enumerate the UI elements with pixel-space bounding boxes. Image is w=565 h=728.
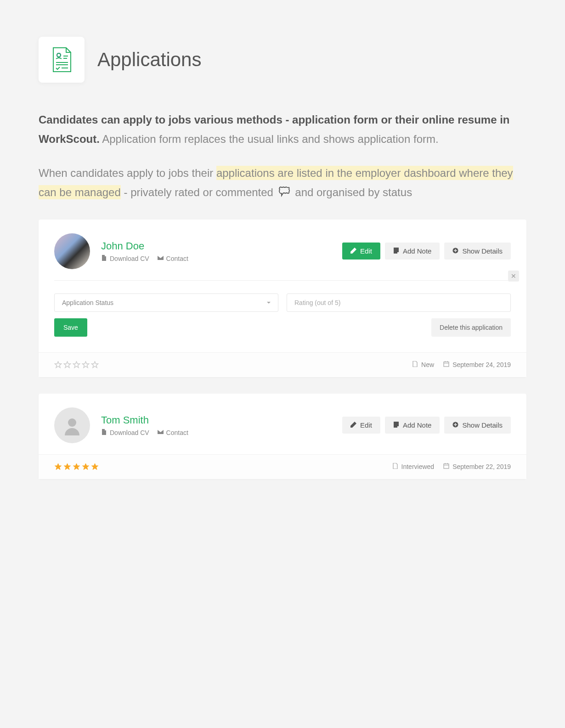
download-cv-label: Download CV [110,255,149,262]
close-button[interactable]: ✕ [508,271,519,282]
candidate-header: John Doe Download CV Contact Edit Add No… [39,220,526,280]
star-icon [73,463,80,471]
file-icon [392,463,398,470]
intro-text: and organised by status [292,186,412,198]
contact-link[interactable]: Contact [158,429,188,436]
form-actions: Save Delete this application [54,318,511,339]
add-note-button[interactable]: Add Note [385,417,440,434]
candidate-links: Download CV Contact [101,429,331,436]
applications-icon [39,37,85,83]
intro-paragraph-1: Candidates can apply to jobs various met… [39,110,526,149]
rating-stars [54,463,99,471]
star-icon [91,361,99,369]
star-icon [63,361,71,369]
file-icon [412,361,418,368]
footer-meta: Interviewed September 22, 2019 [392,463,511,470]
calendar-icon [443,361,449,368]
candidate-name[interactable]: Tom Smith [101,414,331,426]
pencil-icon [350,421,356,429]
chevron-down-icon [267,302,271,304]
svg-rect-8 [444,362,449,367]
form-inputs: Application Status [54,281,511,318]
contact-label: Contact [166,429,188,436]
status-badge: Interviewed [392,463,435,470]
svg-point-12 [68,418,76,427]
intro-text: When candidates apply to jobs their [39,167,216,179]
download-cv-link[interactable]: Download CV [101,255,149,262]
application-form: Application Status Save Delete this appl… [54,281,511,352]
star-icon [54,361,62,369]
comment-icon [278,184,290,203]
contact-label: Contact [166,255,188,262]
star-icon [54,463,62,471]
add-note-label: Add Note [403,247,432,255]
candidate-header: Tom Smith Download CV Contact Edit Add N… [39,394,526,454]
envelope-icon [158,429,164,436]
date-label: September 24, 2019 [452,361,511,368]
edit-button[interactable]: Edit [342,417,380,434]
edit-button[interactable]: Edit [342,243,380,260]
candidate-card: John Doe Download CV Contact Edit Add No… [39,220,526,377]
svg-point-1 [57,53,61,57]
file-icon [101,429,107,436]
show-details-label: Show Details [462,421,503,429]
candidate-links: Download CV Contact [101,255,331,262]
candidate-card: Tom Smith Download CV Contact Edit Add N… [39,394,526,479]
star-icon [82,361,90,369]
avatar [54,407,90,443]
show-details-button[interactable]: Show Details [444,417,511,434]
page-header: Applications [39,37,526,83]
show-details-button[interactable]: Show Details [444,243,511,260]
card-footer: New September 24, 2019 [39,352,526,377]
rating-stars [54,361,99,369]
candidate-name[interactable]: John Doe [101,240,331,252]
intro-paragraph-2: When candidates apply to jobs their appl… [39,164,526,203]
star-icon [82,463,90,471]
show-details-label: Show Details [462,247,503,255]
status-placeholder: Application Status [62,299,113,306]
star-icon [63,463,71,471]
edit-label: Edit [360,247,372,255]
file-icon [101,255,107,262]
date-badge: September 22, 2019 [443,463,511,470]
edit-label: Edit [360,421,372,429]
intro-text: - privately rated or commented [121,186,277,198]
rating-input[interactable] [287,293,511,312]
action-buttons: Edit Add Note Show Details [342,417,511,434]
star-icon [91,463,99,471]
footer-meta: New September 24, 2019 [412,361,511,368]
candidate-info: Tom Smith Download CV Contact [101,414,331,436]
calendar-icon [443,463,449,470]
add-note-label: Add Note [403,421,432,429]
contact-link[interactable]: Contact [158,255,188,262]
pencil-icon [350,247,356,255]
date-label: September 22, 2019 [452,463,511,470]
add-note-button[interactable]: Add Note [385,243,440,260]
avatar [54,233,90,269]
envelope-icon [158,255,164,262]
status-label: New [421,361,434,368]
status-badge: New [412,361,434,368]
download-cv-link[interactable]: Download CV [101,429,149,436]
intro-text: Application form replaces the usual link… [100,133,439,145]
svg-rect-14 [444,464,449,468]
plus-circle-icon [452,421,458,429]
candidate-info: John Doe Download CV Contact [101,240,331,262]
star-icon [73,361,80,369]
note-icon [393,247,399,255]
date-badge: September 24, 2019 [443,361,511,368]
page-title: Applications [97,49,201,71]
status-select[interactable]: Application Status [54,293,278,312]
status-label: Interviewed [401,463,435,470]
download-cv-label: Download CV [110,429,149,436]
card-footer: Interviewed September 22, 2019 [39,454,526,479]
save-button[interactable]: Save [54,318,87,337]
delete-button[interactable]: Delete this application [431,318,511,337]
note-icon [393,421,399,429]
plus-circle-icon [452,247,458,255]
action-buttons: Edit Add Note Show Details [342,243,511,260]
